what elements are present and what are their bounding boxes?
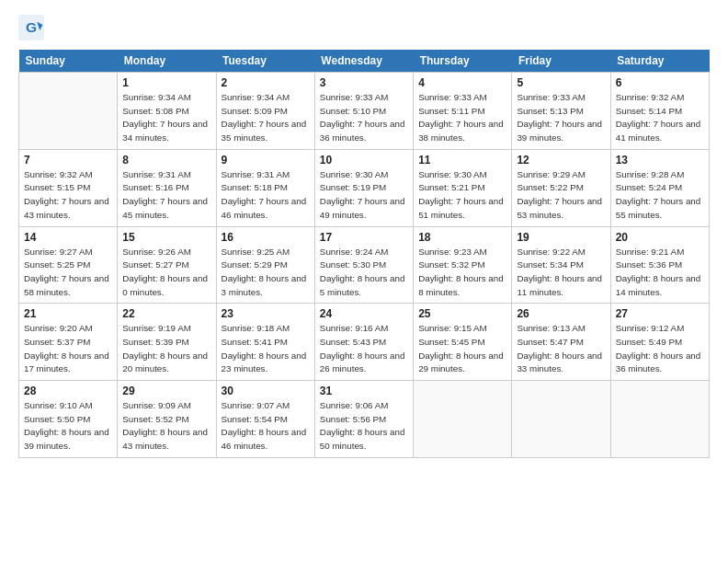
day-info: Sunrise: 9:09 AMSunset: 5:52 PMDaylight:… — [122, 399, 210, 454]
day-number: 16 — [222, 231, 310, 244]
day-info: Sunrise: 9:33 AMSunset: 5:10 PMDaylight:… — [320, 91, 408, 145]
day-info: Sunrise: 9:33 AMSunset: 5:13 PMDaylight:… — [517, 91, 605, 145]
day-cell: 8Sunrise: 9:31 AMSunset: 5:16 PMDaylight… — [118, 149, 216, 226]
day-info: Sunrise: 9:18 AMSunset: 5:41 PMDaylight:… — [222, 322, 310, 376]
day-number: 21 — [24, 307, 112, 320]
day-number: 1 — [122, 76, 210, 89]
day-info: Sunrise: 9:31 AMSunset: 5:18 PMDaylight:… — [222, 168, 310, 223]
day-info: Sunrise: 9:12 AMSunset: 5:49 PMDaylight:… — [616, 322, 704, 376]
day-cell: 1Sunrise: 9:34 AMSunset: 5:08 PMDaylight… — [118, 73, 216, 150]
day-info: Sunrise: 9:33 AMSunset: 5:11 PMDaylight:… — [418, 91, 506, 145]
day-number: 4 — [418, 76, 506, 89]
day-info: Sunrise: 9:23 AMSunset: 5:32 PMDaylight:… — [418, 246, 506, 300]
week-row-1: 7Sunrise: 9:32 AMSunset: 5:15 PMDaylight… — [19, 149, 710, 226]
column-header-sunday: Sunday — [19, 50, 118, 73]
day-cell — [512, 381, 610, 458]
day-number: 13 — [616, 154, 704, 167]
day-cell: 23Sunrise: 9:18 AMSunset: 5:41 PMDayligh… — [216, 304, 314, 381]
day-info: Sunrise: 9:26 AMSunset: 5:27 PMDaylight:… — [122, 246, 210, 300]
day-number: 31 — [320, 385, 408, 397]
column-header-friday: Friday — [512, 50, 610, 73]
column-header-saturday: Saturday — [610, 50, 709, 73]
day-number: 12 — [517, 154, 605, 167]
logo: G — [18, 15, 48, 40]
day-info: Sunrise: 9:06 AMSunset: 5:56 PMDaylight:… — [320, 399, 408, 454]
day-info: Sunrise: 9:19 AMSunset: 5:39 PMDaylight:… — [122, 322, 210, 376]
day-number: 22 — [122, 307, 210, 320]
day-number: 15 — [122, 231, 210, 244]
week-row-2: 14Sunrise: 9:27 AMSunset: 5:25 PMDayligh… — [19, 226, 710, 304]
day-number: 25 — [418, 307, 506, 320]
day-cell: 28Sunrise: 9:10 AMSunset: 5:50 PMDayligh… — [19, 381, 118, 458]
day-cell: 30Sunrise: 9:07 AMSunset: 5:54 PMDayligh… — [216, 381, 314, 458]
day-number: 20 — [616, 231, 704, 244]
day-cell: 21Sunrise: 9:20 AMSunset: 5:37 PMDayligh… — [19, 304, 118, 381]
day-number: 30 — [222, 385, 310, 397]
day-cell: 18Sunrise: 9:23 AMSunset: 5:32 PMDayligh… — [414, 226, 512, 304]
page: G SundayMondayTuesdayWednesdayThursdayFr… — [0, 0, 728, 563]
day-number: 24 — [320, 307, 408, 320]
column-header-wednesday: Wednesday — [314, 50, 413, 73]
day-info: Sunrise: 9:30 AMSunset: 5:21 PMDaylight:… — [418, 168, 506, 223]
day-info: Sunrise: 9:24 AMSunset: 5:30 PMDaylight:… — [320, 246, 408, 300]
week-row-3: 21Sunrise: 9:20 AMSunset: 5:37 PMDayligh… — [19, 304, 710, 381]
day-info: Sunrise: 9:10 AMSunset: 5:50 PMDaylight:… — [24, 399, 112, 454]
day-cell: 22Sunrise: 9:19 AMSunset: 5:39 PMDayligh… — [118, 304, 216, 381]
svg-text:G: G — [26, 19, 37, 35]
day-cell: 19Sunrise: 9:22 AMSunset: 5:34 PMDayligh… — [512, 226, 610, 304]
week-row-4: 28Sunrise: 9:10 AMSunset: 5:50 PMDayligh… — [19, 381, 710, 458]
column-header-monday: Monday — [118, 50, 216, 73]
day-cell: 13Sunrise: 9:28 AMSunset: 5:24 PMDayligh… — [610, 149, 709, 226]
day-info: Sunrise: 9:31 AMSunset: 5:16 PMDaylight:… — [122, 168, 210, 223]
day-cell: 2Sunrise: 9:34 AMSunset: 5:09 PMDaylight… — [216, 73, 314, 150]
day-cell — [414, 381, 512, 458]
logo-icon: G — [18, 15, 44, 40]
day-number: 9 — [222, 154, 310, 167]
day-cell: 14Sunrise: 9:27 AMSunset: 5:25 PMDayligh… — [19, 226, 118, 304]
day-number: 14 — [24, 231, 112, 244]
day-info: Sunrise: 9:07 AMSunset: 5:54 PMDaylight:… — [222, 399, 310, 454]
day-info: Sunrise: 9:13 AMSunset: 5:47 PMDaylight:… — [517, 322, 605, 376]
day-cell: 9Sunrise: 9:31 AMSunset: 5:18 PMDaylight… — [216, 149, 314, 226]
day-info: Sunrise: 9:27 AMSunset: 5:25 PMDaylight:… — [24, 246, 112, 300]
day-number: 5 — [517, 76, 605, 89]
day-cell: 25Sunrise: 9:15 AMSunset: 5:45 PMDayligh… — [414, 304, 512, 381]
day-cell: 27Sunrise: 9:12 AMSunset: 5:49 PMDayligh… — [610, 304, 709, 381]
day-cell: 24Sunrise: 9:16 AMSunset: 5:43 PMDayligh… — [314, 304, 413, 381]
day-cell: 26Sunrise: 9:13 AMSunset: 5:47 PMDayligh… — [512, 304, 610, 381]
day-number: 18 — [418, 231, 506, 244]
day-cell: 4Sunrise: 9:33 AMSunset: 5:11 PMDaylight… — [414, 73, 512, 150]
day-cell: 11Sunrise: 9:30 AMSunset: 5:21 PMDayligh… — [414, 149, 512, 226]
day-number: 26 — [517, 307, 605, 320]
day-cell: 15Sunrise: 9:26 AMSunset: 5:27 PMDayligh… — [118, 226, 216, 304]
day-number: 10 — [320, 154, 408, 167]
day-cell: 29Sunrise: 9:09 AMSunset: 5:52 PMDayligh… — [118, 381, 216, 458]
day-info: Sunrise: 9:32 AMSunset: 5:15 PMDaylight:… — [24, 168, 112, 223]
day-info: Sunrise: 9:34 AMSunset: 5:09 PMDaylight:… — [222, 91, 310, 145]
day-info: Sunrise: 9:32 AMSunset: 5:14 PMDaylight:… — [616, 91, 704, 145]
day-number: 23 — [222, 307, 310, 320]
day-info: Sunrise: 9:21 AMSunset: 5:36 PMDaylight:… — [616, 246, 704, 300]
column-header-thursday: Thursday — [414, 50, 512, 73]
day-cell: 20Sunrise: 9:21 AMSunset: 5:36 PMDayligh… — [610, 226, 709, 304]
day-cell: 3Sunrise: 9:33 AMSunset: 5:10 PMDaylight… — [314, 73, 413, 150]
day-info: Sunrise: 9:22 AMSunset: 5:34 PMDaylight:… — [517, 246, 605, 300]
day-number: 8 — [122, 154, 210, 167]
day-number: 27 — [616, 307, 704, 320]
day-info: Sunrise: 9:29 AMSunset: 5:22 PMDaylight:… — [517, 168, 605, 223]
day-cell: 31Sunrise: 9:06 AMSunset: 5:56 PMDayligh… — [314, 381, 413, 458]
day-info: Sunrise: 9:25 AMSunset: 5:29 PMDaylight:… — [222, 246, 310, 300]
day-cell: 12Sunrise: 9:29 AMSunset: 5:22 PMDayligh… — [512, 149, 610, 226]
day-number: 17 — [320, 231, 408, 244]
week-row-0: 1Sunrise: 9:34 AMSunset: 5:08 PMDaylight… — [19, 73, 710, 150]
day-cell: 16Sunrise: 9:25 AMSunset: 5:29 PMDayligh… — [216, 226, 314, 304]
day-cell: 5Sunrise: 9:33 AMSunset: 5:13 PMDaylight… — [512, 73, 610, 150]
day-number: 19 — [517, 231, 605, 244]
day-info: Sunrise: 9:34 AMSunset: 5:08 PMDaylight:… — [122, 91, 210, 145]
day-number: 7 — [24, 154, 112, 167]
day-info: Sunrise: 9:28 AMSunset: 5:24 PMDaylight:… — [616, 168, 704, 223]
day-number: 11 — [418, 154, 506, 167]
day-info: Sunrise: 9:16 AMSunset: 5:43 PMDaylight:… — [320, 322, 408, 376]
day-info: Sunrise: 9:30 AMSunset: 5:19 PMDaylight:… — [320, 168, 408, 223]
day-cell — [19, 73, 118, 150]
